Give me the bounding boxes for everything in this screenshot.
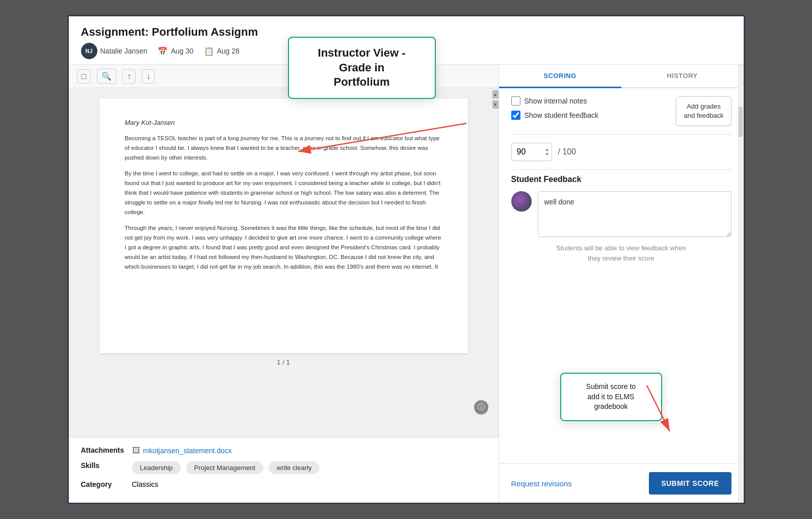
add-grades-button[interactable]: Add gradesand feedback [676,96,731,126]
avatar: NJ [81,43,97,59]
category-value: Classics [132,480,159,488]
feedback-section-title: Student Feedback [511,175,731,184]
score-row: ▲ ▼ / 100 [511,143,731,161]
feedback-avatar [511,191,532,212]
tooltip-submit: Submit score toadd it to ELMSgradebook [560,373,662,421]
bottom-info: Attachments 🖼 mkotjansen_statement.docx … [69,437,499,503]
attachments-row: Attachments 🖼 mkotjansen_statement.docx [81,446,486,455]
scroll-down-button[interactable]: ↓ [142,69,155,84]
date2-item: 📋 Aug 28 [204,46,240,56]
right-panel: SCORING HISTORY Show internal notes Show… [499,65,744,503]
date2-value: Aug 28 [217,47,240,55]
doc-paragraph-3: Through the years, I never enjoyed Nursi… [125,223,442,272]
tooltip-main: Instructor View -Grade inPortfolium [288,37,436,99]
feedback-section: Student Feedback well done Students will… [511,175,731,263]
calendar-icon: 📅 [158,46,168,56]
options-row: Show internal notes Show student feedbac… [511,96,731,126]
search-button[interactable]: 🔍 [97,69,116,84]
scroll-up-button[interactable]: ↑ [122,69,136,84]
document-icon: 📋 [204,46,214,56]
doc-scroll-up-button[interactable]: ▲ [492,90,499,98]
doc-pagination: 1 / 1 [99,353,468,371]
divider-2 [511,169,731,170]
score-down-button[interactable]: ▼ [544,152,551,157]
score-spinners: ▲ ▼ [544,148,551,157]
panel-toggle-button[interactable]: □ [77,69,91,84]
checkboxes: Show internal notes Show student feedbac… [511,96,599,120]
doc-author: Mary Kot-Jansen [125,119,442,126]
modal-container: Assignment: Portfolium Assignm NJ Natali… [67,15,745,504]
doc-page: Mary Kot-Jansen Becoming a TESOL teacher… [99,98,468,353]
left-panel: □ 🔍 ↑ ↓ ▲ ▼ Mary Kot-Jansen Becoming a T… [69,65,499,503]
skills-row: Skills Leadership Project Management wri… [81,461,486,474]
scrollbar-thumb [739,107,743,137]
skill-tag-0: Leadership [132,461,181,474]
doc-paragraph-1: Becoming a TESOL teacher is part of a lo… [125,134,442,163]
score-up-button[interactable]: ▲ [544,148,551,152]
show-student-feedback-checkbox[interactable] [511,111,520,120]
doc-content: ▲ ▼ Mary Kot-Jansen Becoming a TESOL tea… [69,88,499,437]
skill-tags: Leadership Project Management write clea… [132,461,320,474]
doc-scroll-down-button[interactable]: ▼ [492,100,499,109]
tooltip-main-text: Instructor View -Grade inPortfolium [299,46,425,90]
student-info: NJ Natalie Jansen [81,43,148,59]
info-button[interactable]: ⓘ [474,400,488,414]
skill-tag-1: Project Management [186,461,264,474]
tab-scoring[interactable]: SCORING [499,65,621,88]
divider-1 [511,134,731,135]
feedback-author-row: well done [511,191,731,237]
attachment-icon: 🖼 [132,446,140,455]
score-input[interactable] [517,147,542,157]
category-label: Category [81,480,132,488]
tooltip-submit-text: Submit score toadd it to ELMSgradebook [571,382,651,412]
attachments-label: Attachments [81,446,132,454]
score-max: / 100 [558,147,577,157]
show-student-feedback-item[interactable]: Show student feedback [511,111,599,120]
show-internal-notes-checkbox[interactable] [511,96,520,106]
feedback-hint: Students will be able to view feedback w… [511,243,731,263]
bottom-actions: Request revisions SUBMIT SCORE [499,463,744,503]
skill-tag-2: write clearly [269,461,320,474]
request-revisions-button[interactable]: Request revisions [511,479,572,488]
date1-value: Aug 30 [171,47,193,55]
attachment-filename: mkotjansen_statement.docx [143,447,232,455]
student-name: Natalie Jansen [100,47,148,55]
tab-history[interactable]: HISTORY [621,65,744,87]
skills-label: Skills [81,461,132,470]
score-input-wrapper: ▲ ▼ [511,143,552,161]
feedback-textarea[interactable]: well done [538,191,731,237]
show-student-feedback-label: Show student feedback [525,111,599,119]
add-grades-label: Add gradesand feedback [684,102,723,119]
main-layout: □ 🔍 ↑ ↓ ▲ ▼ Mary Kot-Jansen Becoming a T… [69,65,744,503]
date1-item: 📅 Aug 30 [158,46,193,56]
attachment-link[interactable]: 🖼 mkotjansen_statement.docx [132,446,232,455]
doc-text: Becoming a TESOL teacher is part of a lo… [125,134,442,272]
tabs: SCORING HISTORY [499,65,744,88]
right-scrollbar[interactable] [738,65,744,503]
show-internal-notes-item[interactable]: Show internal notes [511,96,599,106]
show-internal-notes-label: Show internal notes [525,97,587,105]
avatar-image [511,191,532,212]
doc-paragraph-2: By the time I went to college, and had t… [125,169,442,217]
submit-score-button[interactable]: SUBMIT SCORE [649,472,731,495]
category-row: Category Classics [81,480,486,488]
